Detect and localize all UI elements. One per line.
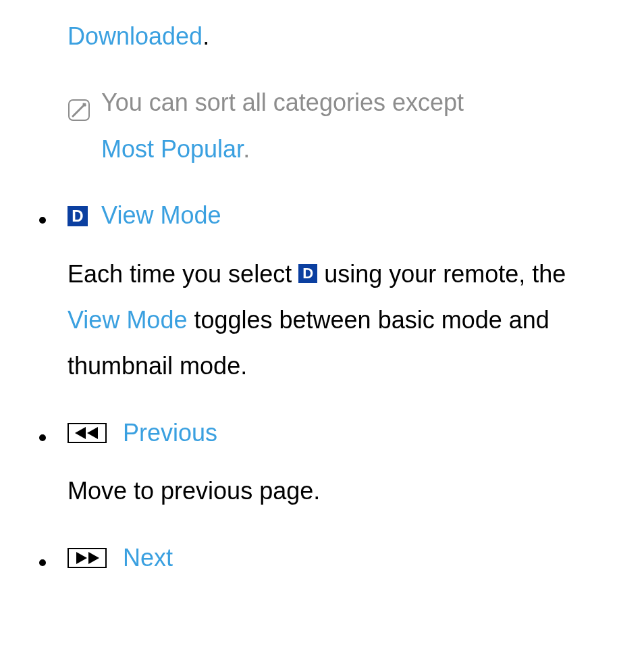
- bullet-dot: [27, 434, 68, 441]
- d-button-icon: D: [68, 206, 88, 226]
- rewind-icon: [68, 423, 107, 443]
- bullet-next: Next: [27, 535, 617, 581]
- svg-line-1: [73, 104, 85, 116]
- downloaded-line: Downloaded.: [68, 14, 617, 59]
- svg-marker-3: [75, 427, 86, 439]
- fast-forward-icon: [68, 548, 107, 568]
- view-mode-title: View Mode: [101, 201, 221, 229]
- bullet-dot: [27, 559, 68, 566]
- document-page: Downloaded. You can sort all categories …: [0, 0, 644, 594]
- downloaded-period: .: [203, 22, 209, 50]
- most-popular-link: Most Popular: [101, 135, 243, 163]
- next-title: Next: [123, 544, 173, 572]
- note-period: .: [243, 135, 250, 163]
- note-text: You can sort all categories except Most …: [101, 80, 464, 172]
- vm-body-2: using your remote, the: [317, 260, 566, 288]
- view-mode-title-line: D View Mode: [68, 193, 221, 238]
- view-mode-inline: View Mode: [68, 306, 187, 334]
- d-button-icon-inline: D: [298, 264, 317, 283]
- note-text-before: You can sort all categories except: [101, 88, 464, 116]
- view-mode-body: Each time you select D using your remote…: [68, 251, 617, 390]
- downloaded-link: Downloaded: [68, 22, 203, 50]
- previous-title-line: Previous: [68, 410, 217, 456]
- note-block: You can sort all categories except Most …: [68, 80, 617, 172]
- bullet-previous: Previous: [27, 410, 617, 456]
- next-title-line: Next: [68, 535, 173, 581]
- bullet-view-mode: D View Mode: [27, 193, 617, 238]
- svg-marker-4: [87, 427, 98, 439]
- previous-title: Previous: [123, 419, 217, 447]
- bullet-dot: [27, 217, 68, 224]
- svg-marker-6: [88, 552, 99, 564]
- note-icon: [68, 91, 90, 136]
- svg-marker-5: [76, 552, 87, 564]
- previous-body-text: Move to previous page.: [68, 477, 320, 505]
- note-icon-cell: [68, 80, 101, 172]
- vm-body-1: Each time you select: [68, 260, 298, 288]
- previous-body: Move to previous page.: [68, 468, 617, 514]
